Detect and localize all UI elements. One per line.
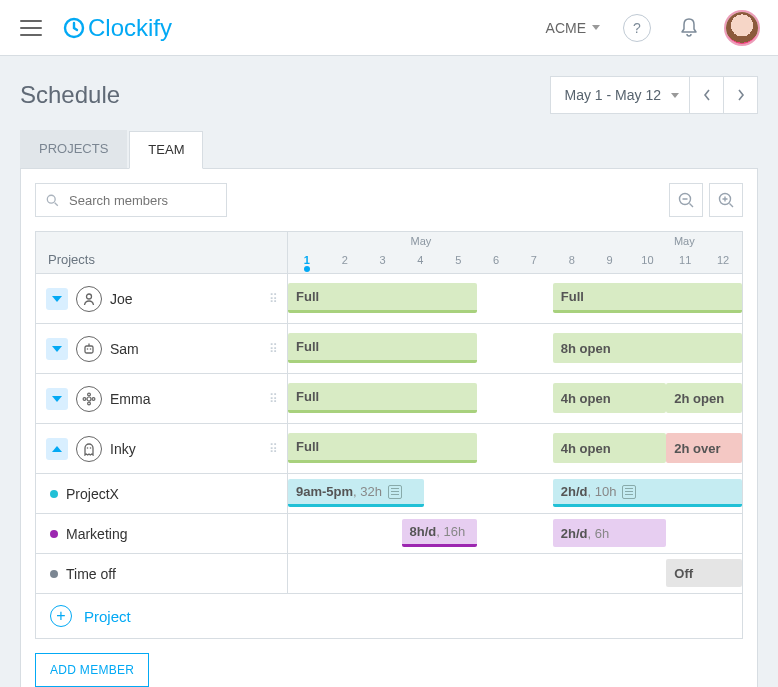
drag-handle-icon[interactable]: ⠿ — [269, 446, 279, 451]
member-name: Sam — [110, 341, 139, 357]
note-icon — [388, 485, 402, 499]
member-name: Inky — [110, 441, 136, 457]
day-12: 12 — [704, 254, 742, 266]
project-name: Time off — [66, 566, 116, 582]
chevron-right-icon — [737, 89, 745, 101]
user-avatar[interactable] — [726, 12, 758, 44]
tab-team[interactable]: TEAM — [129, 131, 203, 169]
search-members[interactable] — [35, 183, 227, 217]
expand-button[interactable] — [46, 388, 68, 410]
date-range-text: May 1 - May 12 — [565, 87, 661, 103]
capacity-bar[interactable]: Full — [288, 433, 477, 463]
brand-text: Clockify — [88, 14, 172, 42]
tabs: PROJECTS TEAM — [20, 130, 758, 168]
day-9: 9 — [591, 254, 629, 266]
assignment-row-marketing: Marketing 8h/d, 16h 2h/d, 6h — [36, 514, 742, 554]
schedule-card: Projects May May 1 2 3 4 5 6 7 8 — [20, 168, 758, 687]
chevron-down-icon — [52, 396, 62, 402]
svg-point-9 — [88, 393, 91, 396]
top-bar: Clockify ACME ? — [0, 0, 778, 56]
assignment-bar[interactable]: 9am-5pm, 32h — [288, 479, 424, 507]
add-project-label: Project — [84, 608, 131, 625]
member-name: Emma — [110, 391, 150, 407]
svg-point-7 — [90, 348, 92, 350]
flower-icon — [76, 386, 102, 412]
date-range-picker: May 1 - May 12 — [550, 76, 758, 114]
svg-point-6 — [87, 348, 89, 350]
project-name: ProjectX — [66, 486, 119, 502]
zoom-out-button[interactable] — [669, 183, 703, 217]
capacity-bar[interactable]: Full — [288, 283, 477, 313]
chevron-down-icon — [671, 93, 679, 98]
brand-logo[interactable]: Clockify — [62, 14, 172, 42]
day-7: 7 — [515, 254, 553, 266]
expand-button[interactable] — [46, 288, 68, 310]
svg-point-8 — [87, 397, 91, 401]
chevron-left-icon — [703, 89, 711, 101]
member-row-inky: Inky ⠿ Full 4h open 2h over — [36, 424, 742, 474]
date-range-button[interactable]: May 1 - May 12 — [551, 77, 689, 113]
zoom-in-button[interactable] — [709, 183, 743, 217]
drag-handle-icon[interactable]: ⠿ — [269, 396, 279, 401]
add-member-button[interactable]: ADD MEMBER — [35, 653, 149, 687]
day-header: May May 1 2 3 4 5 6 7 8 9 10 11 — [288, 232, 742, 273]
member-row-sam: Sam ⠿ Full 8h open — [36, 324, 742, 374]
notifications-button[interactable] — [674, 13, 704, 43]
capacity-bar[interactable]: Full — [288, 333, 477, 363]
svg-point-10 — [88, 402, 91, 405]
assignment-bar[interactable]: Off — [666, 559, 742, 587]
svg-point-11 — [83, 397, 86, 400]
next-range-button[interactable] — [723, 77, 757, 113]
note-icon — [622, 485, 636, 499]
help-button[interactable]: ? — [622, 13, 652, 43]
assignment-bar[interactable]: 2h/d, 10h — [553, 479, 742, 507]
day-5: 5 — [439, 254, 477, 266]
assignment-bar[interactable]: 2h/d, 6h — [553, 519, 667, 547]
workspace-selector[interactable]: ACME — [546, 20, 600, 36]
workspace-name: ACME — [546, 20, 586, 36]
expand-button[interactable] — [46, 338, 68, 360]
assignment-row-timeoff: Time off Off — [36, 554, 742, 594]
chevron-down-icon — [592, 25, 600, 30]
help-icon: ? — [623, 14, 651, 42]
search-input[interactable] — [67, 192, 216, 209]
prev-range-button[interactable] — [689, 77, 723, 113]
day-1: 1 — [288, 254, 326, 266]
search-icon — [46, 193, 59, 208]
capacity-bar[interactable]: Full — [288, 383, 477, 413]
add-project-row[interactable]: + Project — [36, 594, 742, 638]
collapse-button[interactable] — [46, 438, 68, 460]
capacity-bar[interactable]: 8h open — [553, 333, 742, 363]
clock-icon — [62, 16, 86, 40]
ghost-icon — [76, 436, 102, 462]
day-11: 11 — [666, 254, 704, 266]
drag-handle-icon[interactable]: ⠿ — [269, 346, 279, 351]
capacity-bar[interactable]: Full — [553, 283, 742, 313]
day-4: 4 — [402, 254, 440, 266]
day-8: 8 — [553, 254, 591, 266]
chevron-down-icon — [52, 296, 62, 302]
capacity-bar[interactable]: 2h open — [666, 383, 742, 413]
assignment-bar[interactable]: 8h/d, 16h — [402, 519, 478, 547]
menu-icon[interactable] — [20, 20, 42, 36]
tab-projects[interactable]: PROJECTS — [20, 130, 127, 168]
capacity-bar-over[interactable]: 2h over — [666, 433, 742, 463]
page-title: Schedule — [20, 81, 120, 109]
capacity-bar[interactable]: 4h open — [553, 383, 667, 413]
member-row-emma: Emma ⠿ Full 4h open 2h open — [36, 374, 742, 424]
day-6: 6 — [477, 254, 515, 266]
svg-point-1 — [47, 195, 55, 203]
capacity-bar[interactable]: 4h open — [553, 433, 667, 463]
member-row-joe: Joe ⠿ Full Full — [36, 274, 742, 324]
zoom-in-icon — [718, 192, 735, 209]
schedule-grid: Projects May May 1 2 3 4 5 6 7 8 — [35, 231, 743, 639]
svg-point-12 — [92, 397, 95, 400]
project-color-dot — [50, 490, 58, 498]
day-3: 3 — [364, 254, 402, 266]
zoom-out-icon — [678, 192, 695, 209]
chevron-down-icon — [52, 346, 62, 352]
side-header: Projects — [36, 232, 288, 273]
drag-handle-icon[interactable]: ⠿ — [269, 296, 279, 301]
assignment-row-projectx: ProjectX 9am-5pm, 32h 2h/d, 10h — [36, 474, 742, 514]
chevron-up-icon — [52, 446, 62, 452]
